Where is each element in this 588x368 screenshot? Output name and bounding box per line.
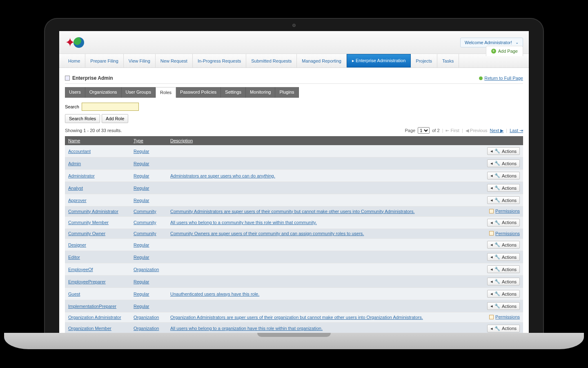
role-type-link[interactable]: Regular: [134, 149, 149, 154]
page-label: Page: [405, 128, 416, 133]
page-select[interactable]: 1: [418, 127, 430, 134]
nav-item-4[interactable]: In-Progress Requests: [193, 54, 246, 67]
table-row: AnalystRegular◂🔧Actions: [65, 182, 523, 194]
chevron-left-icon: ◂: [490, 148, 493, 154]
col-type[interactable]: Type: [130, 136, 167, 145]
subtab-users[interactable]: Users: [65, 87, 85, 98]
role-type-link[interactable]: Regular: [134, 198, 149, 203]
permissions-link[interactable]: Permissions: [489, 314, 520, 319]
role-name-link[interactable]: EmployeeOf: [68, 267, 93, 272]
role-type-link[interactable]: Organization: [134, 326, 159, 331]
role-name-link[interactable]: Organization Member: [68, 326, 111, 331]
role-type-link[interactable]: Regular: [134, 173, 149, 178]
actions-button[interactable]: ◂🔧Actions: [487, 196, 520, 204]
actions-button[interactable]: ◂🔧Actions: [487, 253, 520, 261]
actions-button[interactable]: ◂🔧Actions: [487, 241, 520, 249]
search-row: Search: [65, 103, 523, 111]
nav-item-2[interactable]: View Filing: [124, 54, 156, 67]
nav-item-9[interactable]: Tasks: [437, 54, 459, 67]
role-name-link[interactable]: Admin: [68, 161, 81, 166]
pager-last[interactable]: Last ⇥: [510, 128, 523, 133]
role-name-link[interactable]: EmployeePreparer: [68, 279, 106, 284]
table-row: AdminRegular◂🔧Actions: [65, 157, 523, 170]
table-row: EmployeeOfOrganization◂🔧Actions: [65, 263, 523, 276]
role-type-link[interactable]: Regular: [134, 292, 149, 296]
subtab-monitoring[interactable]: Monitoring: [246, 87, 275, 98]
role-name-link[interactable]: Organization Administrator: [68, 315, 121, 320]
pager-next[interactable]: Next ▶: [490, 128, 504, 133]
role-type-link[interactable]: Organization: [134, 315, 159, 320]
subtab-roles[interactable]: Roles: [156, 87, 176, 98]
role-desc-link[interactable]: Organization Administrators are super us…: [170, 315, 423, 320]
actions-button[interactable]: ◂🔧Actions: [487, 184, 520, 192]
role-desc-link[interactable]: All users who belong to a organization h…: [170, 326, 323, 331]
chevron-left-icon: ◂: [490, 242, 493, 247]
actions-button[interactable]: ◂🔧Actions: [487, 219, 520, 227]
chevron-left-icon: ◂: [490, 291, 493, 296]
panel-icon: [65, 76, 70, 81]
role-type-link[interactable]: Regular: [134, 186, 149, 191]
role-type-link[interactable]: Organization: [134, 267, 159, 272]
actions-button[interactable]: ◂🔧Actions: [487, 290, 520, 298]
subtab-password-policies[interactable]: Password Policies: [176, 87, 221, 98]
role-name-link[interactable]: Designer: [68, 242, 86, 247]
nav-item-1[interactable]: Prepare Filing: [85, 54, 123, 67]
wrench-icon: 🔧: [494, 326, 500, 331]
role-name-link[interactable]: Approver: [68, 198, 87, 203]
nav-item-0[interactable]: Home: [63, 54, 85, 67]
subtab-settings[interactable]: Settings: [221, 87, 246, 98]
role-name-link[interactable]: Community Member: [68, 220, 109, 225]
permissions-link[interactable]: Permissions: [489, 209, 520, 213]
role-name-link[interactable]: Guest: [68, 292, 80, 296]
role-desc-link[interactable]: All users who belong to a community have…: [170, 220, 317, 225]
role-name-link[interactable]: Editor: [68, 255, 80, 260]
nav-item-8[interactable]: Projects: [411, 54, 437, 67]
role-name-link[interactable]: Community Administrator: [68, 209, 118, 214]
role-name-link[interactable]: Analyst: [68, 186, 83, 191]
subtab-user-groups[interactable]: User Groups: [122, 87, 156, 98]
nav-item-5[interactable]: Submitted Requests: [246, 54, 297, 67]
nav-item-6[interactable]: Managed Reporting: [297, 54, 347, 67]
actions-button[interactable]: ◂🔧Actions: [487, 302, 520, 310]
search-roles-button[interactable]: Search Roles: [65, 114, 100, 123]
role-type-link[interactable]: Community: [134, 231, 156, 236]
actions-button[interactable]: ◂🔧Actions: [487, 159, 520, 167]
subtab-plugins[interactable]: Plugins: [275, 87, 298, 98]
role-desc-link[interactable]: Community Owners are super users of thei…: [170, 231, 364, 236]
role-type-link[interactable]: Community: [134, 220, 156, 225]
nav-item-3[interactable]: New Request: [156, 54, 193, 67]
add-page-button[interactable]: + Add Page: [486, 46, 523, 56]
role-name-link[interactable]: Administrator: [68, 173, 95, 178]
actions-button[interactable]: ◂🔧Actions: [487, 172, 520, 180]
role-type-link[interactable]: Regular: [134, 279, 149, 284]
role-desc-link[interactable]: Community Administrators are super users…: [170, 209, 415, 214]
role-desc-link[interactable]: Administrators are super users who can d…: [170, 173, 275, 178]
return-link[interactable]: Return to Full Page: [479, 76, 523, 81]
search-input[interactable]: [82, 103, 139, 111]
role-name-link[interactable]: ImplementationPreparer: [68, 304, 116, 309]
permissions-link[interactable]: Permissions: [489, 231, 520, 236]
role-type-link[interactable]: Regular: [134, 161, 149, 166]
role-type-link[interactable]: Community: [134, 209, 156, 214]
table-row: ApproverRegular◂🔧Actions: [65, 194, 523, 206]
chevron-left-icon: ◂: [490, 161, 493, 166]
nav-item-7[interactable]: ▸ Enterprise Administration: [347, 54, 411, 67]
table-row: ImplementationPreparerRegular◂🔧Actions: [65, 300, 523, 312]
col-name[interactable]: Name: [65, 136, 130, 145]
subtab-organizations[interactable]: Organizations: [85, 87, 122, 98]
role-type-link[interactable]: Regular: [134, 242, 149, 247]
camera-dot: [292, 24, 296, 27]
role-desc-link[interactable]: Unauthenticated users always have this r…: [170, 292, 259, 296]
add-page-label: Add Page: [498, 49, 518, 54]
permissions-icon: [489, 315, 494, 319]
role-name-link[interactable]: Community Owner: [68, 231, 105, 236]
role-name-link[interactable]: Accountant: [68, 149, 91, 154]
actions-button[interactable]: ◂🔧Actions: [487, 325, 520, 332]
role-type-link[interactable]: Regular: [134, 255, 149, 260]
actions-button[interactable]: ◂🔧Actions: [487, 278, 520, 285]
actions-button[interactable]: ◂🔧Actions: [487, 265, 520, 273]
col-description[interactable]: Description: [167, 136, 478, 145]
add-role-button[interactable]: Add Role: [102, 114, 128, 123]
role-type-link[interactable]: Regular: [134, 304, 149, 309]
actions-button[interactable]: ◂🔧Actions: [487, 147, 520, 155]
